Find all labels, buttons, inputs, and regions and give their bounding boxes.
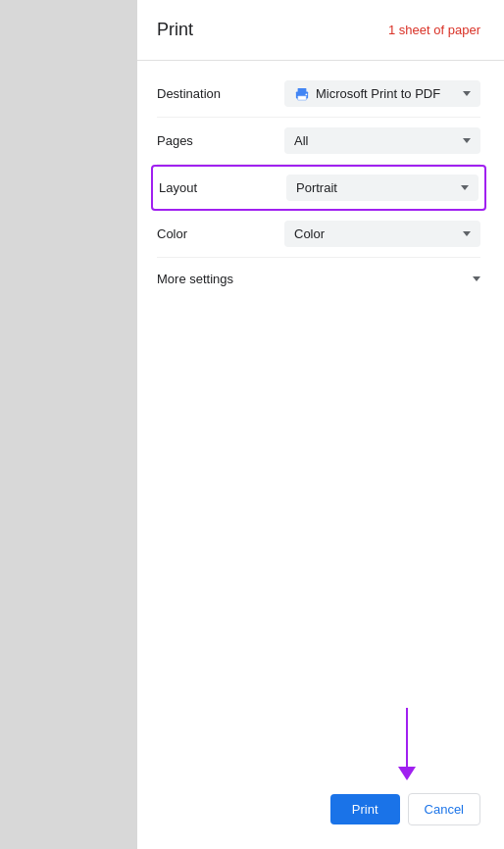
- destination-row: Destination Microsoft Print to PDF: [157, 71, 480, 118]
- layout-label: Layout: [159, 180, 286, 195]
- destination-value: Microsoft Print to PDF: [316, 86, 440, 101]
- color-dropdown[interactable]: Color: [284, 221, 480, 247]
- destination-label: Destination: [157, 86, 284, 101]
- settings-area: Destination Microsoft Print to PDF Pages: [157, 71, 480, 300]
- pages-dropdown-arrow: [463, 138, 471, 143]
- arrow-head: [398, 767, 416, 780]
- more-settings-arrow: [473, 276, 480, 281]
- destination-dropdown[interactable]: Microsoft Print to PDF: [284, 80, 480, 107]
- header-row: Print 1 sheet of paper: [157, 20, 480, 40]
- svg-rect-1: [298, 87, 307, 91]
- sidebar: [0, 0, 137, 849]
- destination-inner: Microsoft Print to PDF: [294, 86, 455, 101]
- color-dropdown-arrow: [463, 231, 471, 236]
- svg-rect-2: [298, 95, 307, 99]
- more-settings-row[interactable]: More settings: [157, 258, 480, 300]
- footer-buttons: Print Cancel: [330, 793, 480, 825]
- color-row: Color Color: [157, 211, 480, 258]
- svg-point-3: [306, 93, 308, 95]
- pages-row: Pages All: [157, 118, 480, 165]
- page-title: Print: [157, 20, 193, 40]
- layout-dropdown-arrow: [461, 185, 469, 190]
- layout-dropdown[interactable]: Portrait: [286, 175, 479, 201]
- arrow-line: [406, 708, 408, 767]
- layout-row: Layout Portrait: [151, 165, 486, 211]
- destination-dropdown-arrow: [463, 91, 471, 96]
- annotation-arrow: [398, 708, 416, 780]
- layout-value: Portrait: [296, 180, 337, 195]
- pages-dropdown[interactable]: All: [284, 127, 480, 154]
- pages-value: All: [294, 133, 308, 148]
- sheet-info: 1 sheet of paper: [388, 23, 480, 37]
- color-label: Color: [157, 226, 284, 241]
- pages-label: Pages: [157, 133, 284, 148]
- cancel-button[interactable]: Cancel: [408, 793, 480, 825]
- color-value: Color: [294, 226, 325, 241]
- printer-icon: [294, 87, 310, 101]
- more-settings-label: More settings: [157, 272, 233, 286]
- main-panel: Print 1 sheet of paper Destination Micro…: [137, 0, 504, 849]
- header-divider: [137, 60, 504, 61]
- print-button[interactable]: Print: [330, 794, 400, 824]
